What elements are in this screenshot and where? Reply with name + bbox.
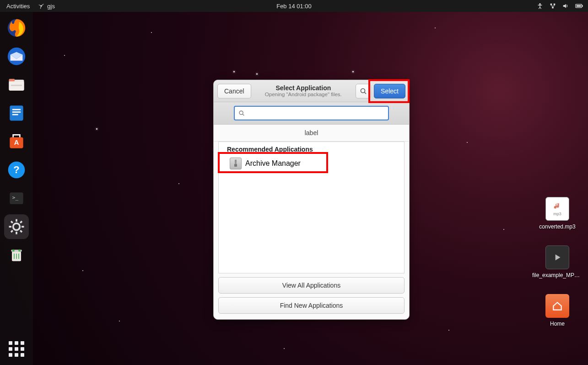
dock-software[interactable]: A bbox=[4, 129, 29, 154]
dock-files[interactable] bbox=[4, 72, 29, 97]
svg-text:A: A bbox=[14, 139, 19, 146]
thunderbird-icon bbox=[5, 45, 27, 67]
dialog-subtitle: Opening "Android package" files. bbox=[254, 92, 353, 98]
activities-button[interactable]: Activities bbox=[6, 3, 30, 10]
dock-settings[interactable] bbox=[4, 214, 29, 239]
svg-rect-20 bbox=[12, 114, 18, 115]
audio-file-icon: mp3 bbox=[545, 197, 569, 221]
recommended-header: Recommended Applications bbox=[219, 142, 404, 156]
dock-thunderbird[interactable] bbox=[4, 44, 29, 69]
desktop-icon-label: Home bbox=[550, 321, 565, 327]
svg-point-42 bbox=[239, 111, 243, 114]
network-icon bbox=[550, 3, 556, 9]
svg-point-4 bbox=[539, 3, 541, 5]
search-toggle-button[interactable] bbox=[356, 84, 371, 98]
dock-writer[interactable] bbox=[4, 101, 29, 125]
trash-icon bbox=[5, 244, 27, 266]
status-area[interactable] bbox=[537, 3, 583, 9]
select-button[interactable]: Select bbox=[374, 84, 405, 98]
gear-icon bbox=[5, 216, 27, 238]
dialog-body: Recommended Applications Archive Manager bbox=[218, 142, 405, 273]
svg-line-43 bbox=[243, 114, 244, 115]
svg-rect-16 bbox=[11, 85, 22, 86]
svg-rect-7 bbox=[552, 7, 554, 9]
terminal-icon: >_ bbox=[5, 187, 27, 209]
svg-rect-9 bbox=[582, 5, 583, 7]
search-icon bbox=[238, 110, 245, 116]
files-icon bbox=[5, 74, 27, 96]
app-menu[interactable]: gjs bbox=[38, 3, 55, 10]
svg-line-33 bbox=[20, 230, 22, 232]
desktop-icon-label: file_example_MP4_1280_10M… bbox=[532, 272, 583, 278]
svg-line-34 bbox=[11, 230, 13, 232]
svg-rect-44 bbox=[235, 160, 237, 161]
recommended-app-archive-manager[interactable]: Archive Manager bbox=[219, 156, 404, 171]
dialog-section-label: label bbox=[214, 125, 409, 142]
show-applications[interactable] bbox=[9, 341, 24, 357]
dock-trash[interactable] bbox=[4, 243, 29, 267]
software-icon: A bbox=[5, 131, 27, 153]
cancel-button[interactable]: Cancel bbox=[217, 84, 251, 98]
home-folder-icon bbox=[545, 294, 569, 318]
writer-icon bbox=[5, 102, 27, 124]
desktop-icons: mp3 converted.mp3 file_example_MP4_1280_… bbox=[532, 197, 583, 327]
desktop-icon-label: converted.mp3 bbox=[539, 223, 575, 230]
svg-text:>_: >_ bbox=[12, 195, 19, 201]
dialog-header: Cancel Select Application Opening "Andro… bbox=[214, 80, 409, 102]
dialog-title-block: Select Application Opening "Android pack… bbox=[254, 84, 353, 98]
clock[interactable]: Feb 14 01:00 bbox=[276, 3, 312, 10]
dock-firefox[interactable] bbox=[4, 16, 29, 40]
accessibility-icon bbox=[537, 3, 543, 9]
svg-point-27 bbox=[13, 223, 20, 230]
svg-point-39 bbox=[18, 250, 21, 252]
dock-help[interactable]: ? bbox=[4, 158, 29, 182]
svg-rect-18 bbox=[12, 109, 21, 110]
svg-line-1 bbox=[41, 4, 43, 6]
firefox-icon bbox=[5, 17, 27, 39]
svg-line-35 bbox=[20, 221, 22, 223]
svg-rect-17 bbox=[10, 106, 23, 121]
svg-rect-14 bbox=[9, 79, 15, 82]
svg-rect-10 bbox=[577, 5, 581, 7]
file-badge: mp3 bbox=[553, 212, 561, 216]
dialog-title: Select Application bbox=[254, 84, 353, 92]
svg-point-38 bbox=[12, 250, 15, 252]
svg-line-32 bbox=[11, 221, 13, 223]
volume-icon bbox=[562, 3, 569, 9]
svg-point-40 bbox=[361, 88, 365, 93]
svg-text:?: ? bbox=[13, 164, 19, 175]
svg-rect-6 bbox=[554, 4, 556, 5]
select-application-dialog: Cancel Select Application Opening "Andro… bbox=[213, 80, 410, 320]
dock-terminal[interactable]: >_ bbox=[4, 186, 29, 211]
gjs-icon bbox=[38, 3, 44, 9]
svg-rect-5 bbox=[550, 4, 552, 5]
search-field-wrapper bbox=[234, 106, 389, 120]
svg-line-41 bbox=[365, 92, 367, 94]
top-panel: Activities gjs Feb 14 01:00 bbox=[0, 0, 588, 12]
recommended-app-label: Archive Manager bbox=[245, 159, 301, 168]
svg-rect-45 bbox=[235, 161, 237, 162]
dock: A ? >_ bbox=[0, 12, 33, 365]
help-icon: ? bbox=[5, 159, 27, 181]
archive-manager-icon bbox=[230, 158, 242, 169]
svg-rect-47 bbox=[234, 164, 237, 167]
svg-rect-19 bbox=[12, 111, 21, 113]
dialog-footer: View All Applications Find New Applicati… bbox=[214, 277, 409, 319]
battery-icon bbox=[575, 3, 583, 9]
search-input[interactable] bbox=[248, 109, 384, 117]
view-all-applications-button[interactable]: View All Applications bbox=[218, 277, 405, 294]
dialog-search-row bbox=[214, 102, 409, 125]
desktop-icon-converted-mp3[interactable]: mp3 converted.mp3 bbox=[532, 197, 583, 230]
search-icon bbox=[360, 87, 367, 95]
find-new-applications-button[interactable]: Find New Applications bbox=[218, 297, 405, 314]
app-menu-label: gjs bbox=[47, 3, 55, 10]
desktop-icon-file-example-mp4[interactable]: file_example_MP4_1280_10M… bbox=[532, 245, 583, 278]
desktop-icon-home[interactable]: Home bbox=[532, 294, 583, 327]
video-file-icon bbox=[545, 245, 569, 269]
svg-rect-46 bbox=[235, 163, 237, 163]
